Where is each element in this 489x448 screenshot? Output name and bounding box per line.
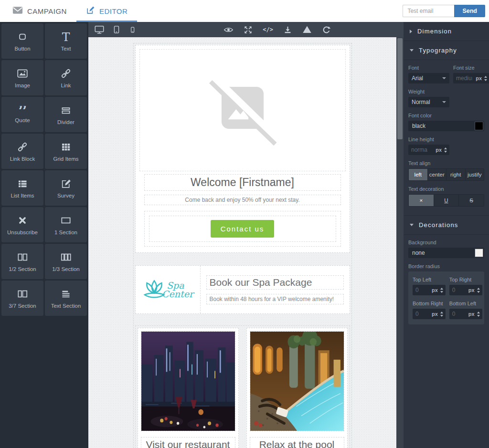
- background-field[interactable]: none: [408, 248, 484, 258]
- line-height-input[interactable]: [411, 146, 427, 153]
- email-canvas[interactable]: Welcome [Firstname] Come back and enjoy …: [88, 37, 396, 448]
- radius-input[interactable]: [452, 287, 468, 293]
- block-quote[interactable]: ” Quote: [1, 97, 43, 132]
- spa-subtext[interactable]: Book within 48 hours for a VIP welcome a…: [206, 294, 344, 304]
- pool-card[interactable]: Relax at the pool The lush garden and th…: [246, 328, 348, 448]
- hero-subtext[interactable]: Come back and enjoy 50% off your next st…: [144, 195, 341, 205]
- preview-icon[interactable]: [223, 25, 234, 35]
- section1-icon: [60, 214, 72, 227]
- weight-label: Weight: [408, 89, 484, 94]
- block-link-block[interactable]: Link Block: [1, 134, 43, 169]
- test-email-input[interactable]: [403, 5, 454, 17]
- align-justify-button[interactable]: justify: [466, 169, 484, 180]
- radius-top-left-field[interactable]: px: [413, 285, 446, 295]
- radius-input[interactable]: [415, 311, 432, 317]
- stepper-icon[interactable]: [440, 288, 443, 293]
- font-color-field[interactable]: black: [408, 121, 484, 131]
- text-align-label: Text align: [408, 160, 484, 166]
- align-right-button[interactable]: right: [446, 169, 466, 180]
- refresh-icon[interactable]: [322, 25, 331, 34]
- weight-select[interactable]: Normal: [408, 97, 449, 107]
- spa-section[interactable]: Spa Center Book our Spa Package Book wit…: [135, 265, 350, 314]
- tab-campaign[interactable]: CAMPAIGN: [3, 0, 76, 22]
- block-list-items[interactable]: List Items: [1, 170, 43, 206]
- restaurant-card[interactable]: Visit our restaurant We invite all good …: [138, 328, 239, 448]
- hero-section[interactable]: Welcome [Firstname] Come back and enjoy …: [135, 45, 350, 253]
- block-link[interactable]: Link: [45, 60, 87, 95]
- stepper-icon[interactable]: [477, 288, 480, 293]
- border-radius-label: Border radius: [408, 263, 484, 269]
- align-left-button[interactable]: left: [409, 169, 428, 180]
- contact-us-button[interactable]: Contact us: [211, 220, 275, 238]
- font-size-field[interactable]: px: [453, 73, 489, 83]
- style-panel: Dimension Typography Font Arial Font siz…: [404, 22, 489, 448]
- radius-input[interactable]: [415, 287, 432, 293]
- block-37-section[interactable]: 3/7 Section: [1, 281, 43, 316]
- tab-editor[interactable]: EDITOR: [76, 0, 137, 22]
- spa-heading[interactable]: Book our Spa Package: [206, 275, 344, 290]
- font-select[interactable]: Arial: [408, 73, 449, 83]
- code-icon[interactable]: </>: [263, 26, 273, 33]
- section-typography[interactable]: Typography: [404, 41, 489, 60]
- restaurant-heading[interactable]: Visit our restaurant: [141, 437, 235, 448]
- decoration-none-button[interactable]: ×: [409, 195, 434, 206]
- decoration-strike-button[interactable]: S: [459, 195, 484, 206]
- block-1-section[interactable]: 1 Section: [45, 207, 87, 242]
- mobile-icon[interactable]: [128, 26, 137, 34]
- block-text-section[interactable]: Text Section: [45, 281, 87, 316]
- warning-icon[interactable]: [302, 25, 312, 34]
- send-button[interactable]: Send: [454, 5, 485, 17]
- font-size-input[interactable]: [456, 75, 472, 82]
- canvas-scrollbar[interactable]: [396, 37, 404, 448]
- stepper-icon[interactable]: [444, 147, 447, 153]
- caret-down-icon: [410, 224, 414, 226]
- restaurant-photo[interactable]: [141, 331, 235, 431]
- tab-campaign-label: CAMPAIGN: [27, 7, 67, 15]
- block-survey[interactable]: Survey: [45, 170, 87, 206]
- block-divider[interactable]: Divider: [45, 97, 87, 132]
- scrollbar-thumb[interactable]: [397, 38, 403, 139]
- section-dimension[interactable]: Dimension: [404, 22, 489, 41]
- stepper-icon[interactable]: [477, 312, 480, 317]
- image-placeholder-block[interactable]: [139, 49, 346, 171]
- block-button[interactable]: Button: [1, 23, 43, 59]
- email-document[interactable]: Welcome [Firstname] Come back and enjoy …: [133, 43, 352, 448]
- tab-editor-label: EDITOR: [99, 7, 128, 15]
- section-decorations[interactable]: Decorations: [404, 215, 489, 235]
- text-icon: T: [60, 31, 72, 43]
- stepper-icon[interactable]: [484, 76, 487, 81]
- radius-bottom-left-field[interactable]: px: [449, 309, 482, 319]
- section-half-icon: [16, 251, 29, 263]
- button-block[interactable]: Contact us: [144, 211, 341, 247]
- chevron-down-icon: [442, 101, 446, 103]
- block-unsubscribe[interactable]: Unsubscribe: [1, 207, 43, 242]
- tablet-icon[interactable]: [112, 25, 121, 34]
- pool-photo[interactable]: [250, 331, 344, 431]
- radius-input[interactable]: [452, 311, 468, 317]
- radius-top-right-field[interactable]: px: [449, 285, 482, 295]
- broken-image-icon: [206, 73, 279, 147]
- editor-area: </>: [88, 22, 404, 448]
- color-swatch[interactable]: [475, 122, 483, 130]
- import-icon[interactable]: [283, 25, 292, 34]
- pool-heading[interactable]: Relax at the pool: [250, 437, 344, 448]
- spa-logo-block[interactable]: Spa Center: [136, 266, 201, 313]
- section-third-icon: [60, 251, 72, 263]
- decoration-underline-button[interactable]: U: [434, 195, 459, 206]
- line-height-field[interactable]: px: [408, 145, 449, 155]
- hero-heading[interactable]: Welcome [Firstname]: [144, 174, 341, 191]
- desktop-icon[interactable]: [94, 24, 105, 35]
- radius-bottom-right-field[interactable]: px: [413, 309, 446, 319]
- block-text[interactable]: T Text: [45, 23, 87, 59]
- block-image[interactable]: Image: [1, 60, 43, 95]
- block-half-section[interactable]: 1/2 Section: [1, 244, 43, 279]
- color-swatch[interactable]: [475, 249, 483, 257]
- align-center-button[interactable]: center: [428, 169, 447, 180]
- block-third-section[interactable]: 1/3 Section: [45, 244, 87, 279]
- background-label: Background: [408, 240, 484, 245]
- envelope-icon: [12, 6, 23, 16]
- stepper-icon[interactable]: [440, 312, 443, 317]
- fullscreen-icon[interactable]: [244, 25, 253, 34]
- block-grid-items[interactable]: Grid Items: [45, 134, 87, 169]
- cards-section[interactable]: Visit our restaurant We invite all good …: [135, 325, 350, 448]
